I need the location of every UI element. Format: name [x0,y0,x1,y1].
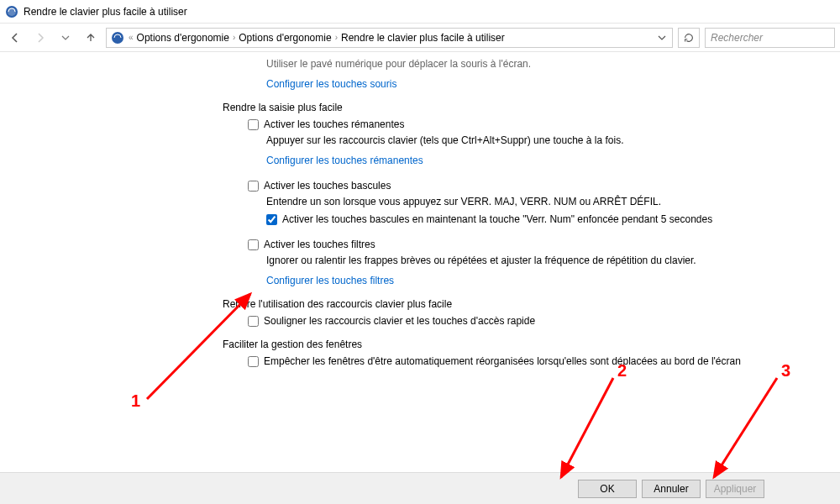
section-shortcuts: Rendre l'utilisation des raccourcis clav… [223,298,806,310]
back-button[interactable] [5,28,25,48]
sticky-keys-checkbox[interactable] [248,119,259,130]
prevent-auto-arrange-label: Empêcher les fenêtres d'être automatique… [264,355,741,367]
section-easier-typing: Rendre la saisie plus facile [223,102,806,113]
filter-keys-checkbox[interactable] [248,239,259,250]
chevron-right-icon: › [335,33,338,42]
search-placeholder: Rechercher [711,32,763,44]
svg-point-2 [112,32,123,44]
ease-of-access-icon [5,5,18,18]
sticky-keys-label: Activer les touches rémanentes [264,118,404,130]
titlebar: Rendre le clavier plus facile à utiliser [0,0,840,24]
underline-shortcuts-label: Souligner les raccourcis clavier et les … [264,315,535,327]
navbar: « Options d'ergonomie › Options d'ergono… [0,24,840,52]
recent-locations-dropdown[interactable] [55,28,76,48]
configure-filter-keys-link[interactable]: Configurer les touches filtres [266,275,394,286]
breadcrumb-item[interactable]: Rendre le clavier plus facile à utiliser [341,32,505,44]
toggle-keys-label: Activer les touches bascules [264,180,391,192]
prevent-auto-arrange-checkbox[interactable] [248,356,259,367]
truncated-mouse-desc: Utiliser le pavé numérique pour déplacer… [266,57,806,71]
toggle-keys-checkbox[interactable] [248,181,259,192]
search-input[interactable]: Rechercher [705,28,835,48]
apply-button[interactable]: Appliquer [706,480,764,498]
breadcrumb[interactable]: « Options d'ergonomie › Options d'ergono… [106,28,673,48]
filter-keys-desc: Ignorer ou ralentir les frappes brèves o… [266,254,806,268]
content-pane: Utiliser le pavé numérique pour déplacer… [0,52,840,472]
configure-mouse-keys-link[interactable]: Configurer les touches souris [266,78,396,90]
toggle-keys-hold-checkbox[interactable] [266,214,277,225]
window-title: Rendre le clavier plus facile à utiliser [24,6,187,18]
ok-button[interactable]: OK [578,480,637,498]
configure-sticky-keys-link[interactable]: Configurer les touches rémanentes [266,155,423,166]
up-button[interactable] [81,28,101,48]
cancel-button[interactable]: Annuler [642,480,701,498]
breadcrumb-item[interactable]: Options d'ergonomie [239,32,331,44]
chevron-right-icon: › [233,33,235,42]
breadcrumb-item[interactable]: Options d'ergonomie [137,32,229,44]
breadcrumb-prefix: « [129,33,134,42]
filter-keys-label: Activer les touches filtres [264,239,375,250]
sticky-keys-desc: Appuyer sur les raccourcis clavier (tels… [266,134,806,148]
toggle-keys-hold-label: Activer les touches bascules en maintena… [282,213,712,225]
breadcrumb-history-dropdown[interactable] [655,28,669,48]
toggle-keys-desc: Entendre un son lorsque vous appuyez sur… [266,195,806,209]
forward-button[interactable] [30,28,50,48]
dialog-footer: OK Annuler Appliquer [0,472,840,504]
section-windows-mgmt: Faciliter la gestion des fenêtres [223,339,806,350]
underline-shortcuts-checkbox[interactable] [248,316,259,327]
refresh-button[interactable] [678,28,700,48]
control-panel-icon [110,30,125,45]
